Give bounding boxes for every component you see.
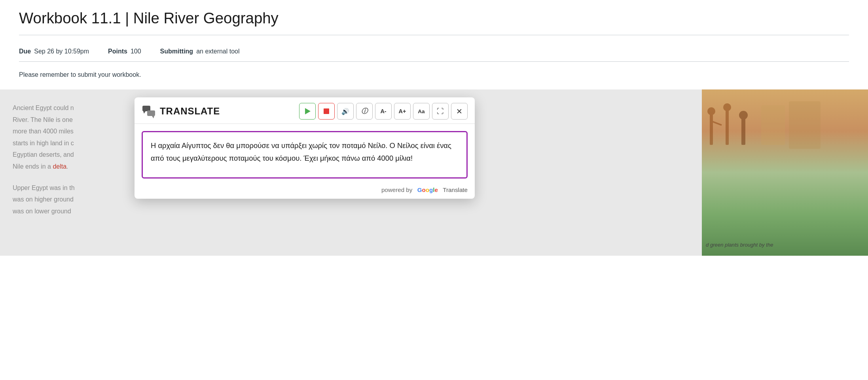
bg-p2-line2: was on higher ground xyxy=(13,196,74,203)
background-text: Ancient Egypt could n River. The Nile is… xyxy=(0,102,87,256)
close-icon: ✕ xyxy=(456,107,462,116)
submitting-value: an external tool xyxy=(196,48,239,55)
meta-divider xyxy=(19,61,849,62)
translate-service-label: Translate xyxy=(443,186,468,193)
bg-line1: Ancient Egypt could n xyxy=(13,104,74,111)
translate-header: TRANSLATE 🔊 ⓘ xyxy=(135,97,475,124)
svg-marker-3 xyxy=(152,116,154,118)
bg-line5: Egyptian deserts, and xyxy=(13,151,74,158)
translate-title: TRANSLATE xyxy=(160,106,220,117)
bg-line3: more than 4000 miles xyxy=(13,128,74,135)
fullscreen-button[interactable]: ⛶ xyxy=(432,103,449,120)
points-value: 100 xyxy=(131,48,141,55)
translated-text-box: Η αρχαία Αίγυπτος δεν θα μπορούσε να υπά… xyxy=(142,131,468,179)
stop-icon xyxy=(324,108,329,114)
volume-icon: 🔊 xyxy=(341,108,349,115)
google-logo: Google xyxy=(417,186,438,193)
svg-point-10 xyxy=(739,111,748,120)
translate-footer: powered by Google Translate xyxy=(135,182,475,199)
close-button[interactable]: ✕ xyxy=(451,103,468,120)
svg-rect-12 xyxy=(789,101,821,149)
fullscreen-icon: ⛶ xyxy=(437,107,444,116)
bg-p2-line1: Upper Egypt was in th xyxy=(13,184,75,191)
font-settings-button[interactable]: Aa xyxy=(413,103,430,120)
info-button[interactable]: ⓘ xyxy=(356,103,373,120)
bg-p2-line3: was on lower ground xyxy=(13,208,71,215)
play-button[interactable] xyxy=(299,103,316,120)
increase-font-button[interactable]: A+ xyxy=(394,103,411,120)
content-area: Ancient Egypt could n River. The Nile is… xyxy=(0,89,868,256)
reminder-text: Please remember to submit your workbook. xyxy=(19,71,849,78)
svg-point-8 xyxy=(723,103,731,111)
powered-by-text: powered by xyxy=(381,186,413,193)
translated-text: Η αρχαία Αίγυπτος δεν θα μπορούσε να υπά… xyxy=(151,141,451,162)
page-title: Workbook 11.1 | Nile River Geography xyxy=(19,0,849,35)
due-value: Sep 26 by 10:59pm xyxy=(34,48,89,55)
play-icon xyxy=(305,108,311,114)
svg-rect-2 xyxy=(147,110,155,116)
svg-marker-1 xyxy=(143,111,146,114)
bg-line2: River. The Nile is one xyxy=(13,116,73,123)
translate-icon xyxy=(142,104,156,118)
svg-rect-7 xyxy=(726,109,729,145)
volume-button[interactable]: 🔊 xyxy=(337,103,354,120)
delta-link[interactable]: delta xyxy=(53,163,66,170)
egypt-decorative-image: d green plants brought by the xyxy=(702,89,868,256)
submitting-item: Submitting an external tool xyxy=(160,48,240,55)
svg-point-5 xyxy=(707,107,715,115)
svg-rect-0 xyxy=(142,106,150,111)
due-item: Due Sep 26 by 10:59pm xyxy=(19,48,89,55)
points-label: Points xyxy=(108,48,127,55)
translate-title-group: TRANSLATE xyxy=(142,104,220,118)
title-divider xyxy=(19,35,849,35)
meta-row: Due Sep 26 by 10:59pm Points 100 Submitt… xyxy=(19,42,849,61)
bg-line6: Nile ends in a delta. xyxy=(13,163,68,170)
submitting-label: Submitting xyxy=(160,48,193,55)
due-label: Due xyxy=(19,48,31,55)
translate-controls: 🔊 ⓘ A- A+ Aa ⛶ ✕ xyxy=(299,103,468,120)
image-caption: d green plants brought by the xyxy=(706,242,773,248)
translate-body: Η αρχαία Αίγυπτος δεν θα μπορούσε να υπά… xyxy=(135,124,475,182)
decrease-font-button[interactable]: A- xyxy=(375,103,392,120)
svg-rect-11 xyxy=(761,105,785,145)
stop-button[interactable] xyxy=(318,103,335,120)
points-item: Points 100 xyxy=(108,48,141,55)
bg-line4: starts in high land in c xyxy=(13,140,74,146)
svg-rect-9 xyxy=(741,117,745,145)
translate-popup: TRANSLATE 🔊 ⓘ xyxy=(135,97,475,199)
info-icon: ⓘ xyxy=(361,107,368,116)
svg-rect-4 xyxy=(710,113,713,145)
